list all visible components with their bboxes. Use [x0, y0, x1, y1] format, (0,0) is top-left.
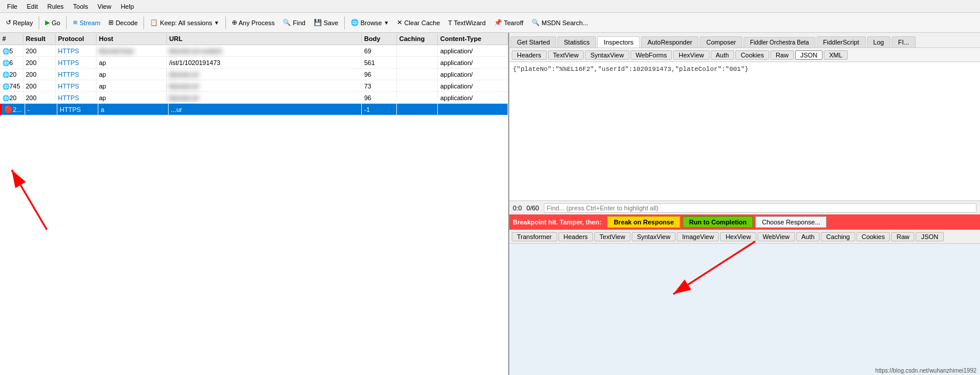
insp-tab-webforms[interactable]: WebForms	[631, 50, 673, 60]
cell-body: 96	[362, 92, 397, 104]
req-tab-auth[interactable]: Auth	[796, 232, 820, 241]
insp-tab-json[interactable]: JSON	[795, 50, 823, 60]
inspector-tabs: Headers TextView SyntaxView WebForms Hex…	[509, 48, 980, 62]
cell-body: -1	[362, 104, 397, 115]
tab-composer[interactable]: Composer	[700, 36, 742, 47]
cell-host: a	[98, 104, 169, 115]
stream-button[interactable]: ≋ Stream	[69, 17, 104, 28]
find-icon: 🔍	[283, 19, 291, 26]
tab-fiddler-script[interactable]: FiddlerScript	[817, 36, 866, 47]
tab-inspectors[interactable]: Inspectors	[597, 36, 640, 48]
stream-icon: ≋	[73, 19, 78, 26]
cell-caching	[397, 57, 438, 69]
cell-id: 🌐745	[0, 80, 23, 92]
insp-tab-headers[interactable]: Headers	[512, 50, 547, 60]
cell-caching	[397, 92, 438, 104]
cell-host: ap	[97, 80, 167, 92]
table-row-selected[interactable]: 🔴2... - HTTPS a ...ur -1	[0, 104, 508, 115]
menu-view[interactable]: View	[93, 2, 116, 11]
menu-tools[interactable]: Tools	[68, 2, 93, 11]
save-button[interactable]: 💾 Save	[310, 17, 342, 28]
keep-button[interactable]: 📋 Keep: All sessions ▼	[146, 17, 222, 28]
insp-tab-textview[interactable]: TextView	[548, 50, 584, 60]
go-button[interactable]: ▶ Go	[42, 17, 64, 28]
tab-autoresponder[interactable]: AutoResponder	[641, 36, 698, 47]
toolbar: ↺ Replay ▶ Go ≋ Stream ⊞ Decode 📋 Keep: …	[0, 13, 980, 33]
req-tab-syntaxview[interactable]: SyntaxView	[632, 232, 676, 241]
left-panel: # Result Protocol Host URL Body Caching …	[0, 33, 509, 375]
status-bar: 0:0 0/60	[509, 200, 980, 214]
clear-cache-icon: ✕	[397, 19, 402, 26]
sep-5	[344, 16, 345, 29]
tab-get-started[interactable]: Get Started	[510, 36, 556, 47]
table-row[interactable]: 🌐20 200 HTTPS ap blurred-url 96 applicat…	[0, 69, 508, 80]
json-content-area: {"plateNo":"%%EL16F2","userId":102019147…	[509, 62, 980, 200]
col-header-protocol: Protocol	[56, 34, 97, 43]
cell-id: 🌐5	[0, 45, 23, 57]
insp-tab-hexview[interactable]: HexView	[673, 50, 709, 60]
req-tab-hexview[interactable]: HexView	[720, 232, 756, 241]
cell-protocol: HTTPS	[56, 92, 97, 104]
menu-rules[interactable]: Rules	[43, 2, 68, 11]
keep-icon: 📋	[150, 19, 158, 26]
req-tab-caching[interactable]: Caching	[821, 232, 855, 241]
req-tab-transformer[interactable]: Transformer	[512, 232, 557, 241]
insp-tab-xml[interactable]: XML	[824, 50, 848, 60]
table-row[interactable]: 🌐20 200 HTTPS ap blurred-url 96 applicat…	[0, 92, 508, 104]
decode-button[interactable]: ⊞ Decode	[105, 17, 141, 28]
replay-icon: ↺	[6, 19, 11, 26]
browse-button[interactable]: 🌐 Browse ▼	[347, 17, 393, 28]
table-row[interactable]: 🌐6 200 HTTPS ap /ist/1/1020191473 561 ap…	[0, 57, 508, 69]
cell-content-type: application/	[438, 92, 508, 104]
breakpoint-label: Breakpoint hit. Tamper, then:	[513, 219, 605, 226]
tab-statistics[interactable]: Statistics	[557, 36, 596, 47]
req-tab-cookies[interactable]: Cookies	[856, 232, 890, 241]
any-process-button[interactable]: ⊕ Any Process	[228, 17, 279, 28]
text-wizard-button[interactable]: T TextWizard	[445, 18, 489, 28]
row-icon: 🌐	[2, 71, 9, 78]
menu-edit[interactable]: Edit	[22, 2, 43, 11]
menu-file[interactable]: File	[2, 2, 22, 11]
req-tab-imageview[interactable]: ImageView	[677, 232, 719, 241]
find-input[interactable]	[544, 203, 976, 213]
cell-url: blurred-url	[167, 69, 362, 80]
replay-button[interactable]: ↺ Replay	[2, 17, 36, 28]
insp-tab-cookies[interactable]: Cookies	[735, 50, 769, 60]
run-to-completion-button[interactable]: Run to Completion	[683, 216, 753, 228]
insp-tab-raw[interactable]: Raw	[770, 50, 794, 60]
tab-fi[interactable]: FI...	[892, 36, 916, 47]
msdn-search-button[interactable]: 🔍 MSDN Search...	[528, 17, 591, 28]
cell-url: blurred-url-content	[167, 45, 362, 57]
cell-url: blurred-url	[167, 80, 362, 92]
req-tab-textview[interactable]: TextView	[594, 232, 631, 241]
table-body[interactable]: 🌐5 200 HTTPS blurred-host blurred-url-co…	[0, 45, 508, 375]
clear-cache-button[interactable]: ✕ Clear Cache	[393, 17, 443, 28]
any-process-icon: ⊕	[232, 19, 237, 26]
req-tab-headers[interactable]: Headers	[558, 232, 594, 241]
cell-content-type: application/	[438, 69, 508, 80]
table-row[interactable]: 🌐745 200 HTTPS ap blurred-url 73 applica…	[0, 80, 508, 92]
tab-fiddler-orchestra[interactable]: Fiddler Orchestra Beta	[743, 37, 815, 47]
menu-bar: File Edit Rules Tools View Help	[0, 0, 980, 13]
table-row[interactable]: 🌐5 200 HTTPS blurred-host blurred-url-co…	[0, 45, 508, 57]
cell-url: /ist/1/1020191473	[167, 57, 362, 69]
insp-tab-syntaxview[interactable]: SyntaxView	[585, 50, 629, 60]
req-tab-raw[interactable]: Raw	[891, 232, 914, 241]
save-icon: 💾	[314, 19, 322, 26]
break-on-response-button[interactable]: Break on Response	[607, 216, 680, 228]
sep-2	[66, 16, 67, 29]
main-layout: # Result Protocol Host URL Body Caching …	[0, 33, 980, 375]
find-button[interactable]: 🔍 Find	[279, 17, 309, 28]
tearoff-button[interactable]: 📌 Tearoff	[491, 17, 527, 28]
req-tab-webview[interactable]: WebView	[758, 232, 795, 241]
req-tab-json[interactable]: JSON	[916, 232, 943, 241]
choose-response-button[interactable]: Choose Response...	[755, 216, 827, 228]
cell-caching	[397, 80, 438, 92]
cell-id: 🌐6	[0, 57, 23, 69]
insp-tab-auth[interactable]: Auth	[711, 50, 735, 60]
tab-log[interactable]: Log	[867, 36, 890, 47]
menu-help[interactable]: Help	[116, 2, 139, 11]
sep-4	[225, 16, 226, 29]
browse-icon: 🌐	[351, 19, 359, 26]
msdn-icon: 🔍	[532, 19, 540, 26]
